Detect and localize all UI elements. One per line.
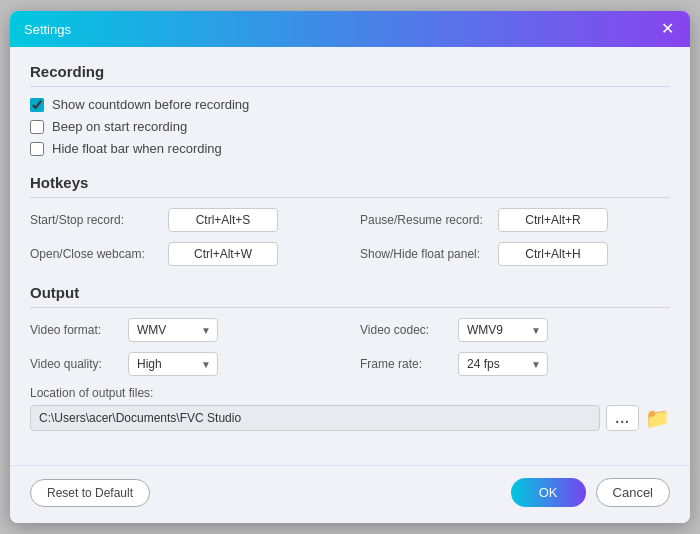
output-title: Output <box>30 284 670 308</box>
checkbox-row-2: Beep on start recording <box>30 119 670 134</box>
frame-rate-wrapper: 24 fps 30 fps 60 fps ▼ <box>458 352 548 376</box>
video-quality-label: Video quality: <box>30 357 120 371</box>
video-codec-row: Video codec: WMV9 H264 H265 ▼ <box>360 318 670 342</box>
video-codec-select[interactable]: WMV9 H264 H265 <box>458 318 548 342</box>
location-input-row: ... 📁 <box>30 405 670 431</box>
footer: Reset to Default OK Cancel <box>10 465 690 523</box>
location-row: Location of output files: ... 📁 <box>30 386 670 431</box>
floatbar-checkbox[interactable] <box>30 142 44 156</box>
hotkey-row-1: Start/Stop record: <box>30 208 340 232</box>
recording-title: Recording <box>30 63 670 87</box>
beep-checkbox[interactable] <box>30 120 44 134</box>
float-panel-input[interactable] <box>498 242 608 266</box>
checkbox-row-3: Hide float bar when recording <box>30 141 670 156</box>
output-section: Output Video format: WMV MP4 AVI MOV ▼ <box>30 284 670 431</box>
output-grid: Video format: WMV MP4 AVI MOV ▼ Video co… <box>30 318 670 376</box>
hotkey-row-2: Pause/Resume record: <box>360 208 670 232</box>
dialog-title: Settings <box>24 22 71 37</box>
video-format-select[interactable]: WMV MP4 AVI MOV <box>128 318 218 342</box>
pause-resume-label: Pause/Resume record: <box>360 213 490 227</box>
video-format-label: Video format: <box>30 323 120 337</box>
video-format-wrapper: WMV MP4 AVI MOV ▼ <box>128 318 218 342</box>
recording-section: Recording Show countdown before recordin… <box>30 63 670 156</box>
video-quality-select[interactable]: High Medium Low <box>128 352 218 376</box>
hotkey-row-4: Show/Hide float panel: <box>360 242 670 266</box>
checkbox-row-1: Show countdown before recording <box>30 97 670 112</box>
hotkeys-section: Hotkeys Start/Stop record: Pause/Resume … <box>30 174 670 266</box>
float-panel-label: Show/Hide float panel: <box>360 247 490 261</box>
hotkeys-grid: Start/Stop record: Pause/Resume record: … <box>30 208 670 266</box>
reset-button[interactable]: Reset to Default <box>30 479 150 507</box>
location-label: Location of output files: <box>30 386 670 400</box>
video-format-row: Video format: WMV MP4 AVI MOV ▼ <box>30 318 340 342</box>
start-stop-input[interactable] <box>168 208 278 232</box>
hotkeys-title: Hotkeys <box>30 174 670 198</box>
hotkey-row-3: Open/Close webcam: <box>30 242 340 266</box>
video-quality-wrapper: High Medium Low ▼ <box>128 352 218 376</box>
frame-rate-select[interactable]: 24 fps 30 fps 60 fps <box>458 352 548 376</box>
beep-label: Beep on start recording <box>52 119 187 134</box>
video-codec-wrapper: WMV9 H264 H265 ▼ <box>458 318 548 342</box>
webcam-input[interactable] <box>168 242 278 266</box>
open-folder-button[interactable]: 📁 <box>645 406 670 430</box>
ok-button[interactable]: OK <box>511 478 586 507</box>
close-button[interactable]: ✕ <box>659 21 676 37</box>
frame-rate-label: Frame rate: <box>360 357 450 371</box>
video-quality-row: Video quality: High Medium Low ▼ <box>30 352 340 376</box>
video-codec-label: Video codec: <box>360 323 450 337</box>
countdown-label: Show countdown before recording <box>52 97 249 112</box>
countdown-checkbox[interactable] <box>30 98 44 112</box>
settings-dialog: Settings ✕ Recording Show countdown befo… <box>10 11 690 523</box>
title-bar: Settings ✕ <box>10 11 690 47</box>
content-area: Recording Show countdown before recordin… <box>10 47 690 465</box>
browse-dots-button[interactable]: ... <box>606 405 639 431</box>
start-stop-label: Start/Stop record: <box>30 213 160 227</box>
location-input[interactable] <box>30 405 600 431</box>
webcam-label: Open/Close webcam: <box>30 247 160 261</box>
pause-resume-input[interactable] <box>498 208 608 232</box>
cancel-button[interactable]: Cancel <box>596 478 670 507</box>
footer-right: OK Cancel <box>511 478 670 507</box>
floatbar-label: Hide float bar when recording <box>52 141 222 156</box>
frame-rate-row: Frame rate: 24 fps 30 fps 60 fps ▼ <box>360 352 670 376</box>
